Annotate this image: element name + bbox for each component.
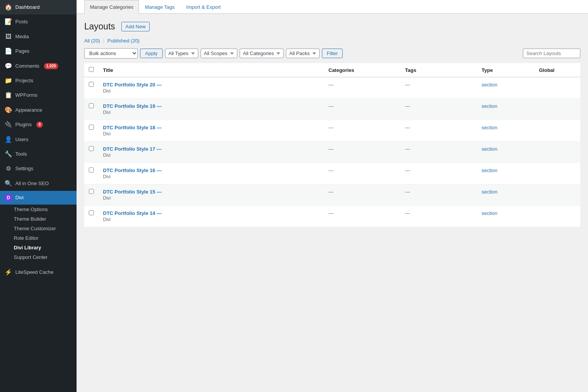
tab-import-export[interactable]: Import & Export	[180, 0, 226, 14]
sidebar-item-label: Posts	[15, 18, 28, 25]
sidebar-item-pages[interactable]: 📄 Pages	[0, 44, 77, 59]
sidebar-item-comments[interactable]: 💬 Comments 1,029	[0, 59, 77, 73]
layout-title-link[interactable]: DTC Portfolio Style 17 —	[103, 146, 319, 152]
row-checkbox[interactable]	[89, 103, 94, 108]
subitem-label: Divi Library	[14, 245, 41, 250]
sidebar-item-all-in-one-seo[interactable]: 🔍 All in One SEO	[0, 176, 77, 191]
all-scopes-select[interactable]: All Scopes	[201, 49, 237, 58]
layout-subtitle: Divi	[103, 131, 319, 137]
sidebar-item-divi[interactable]: D Divi	[0, 191, 77, 205]
type-link[interactable]: section	[482, 189, 497, 195]
tags-value: —	[405, 82, 410, 88]
filter-bar: All (20) | Published (20)	[84, 38, 580, 44]
filter-published-link[interactable]: Published (20)	[108, 38, 140, 44]
sidebar-item-label: Divi	[15, 194, 24, 201]
row-checkbox[interactable]	[89, 189, 94, 194]
sidebar-item-label: All in One SEO	[15, 180, 49, 187]
layout-title-link[interactable]: DTC Portfolio Style 16 —	[103, 168, 319, 173]
table-row: DTC Portfolio Style 16 — Divi — — sectio…	[84, 163, 580, 184]
bulk-actions-select[interactable]: Bulk actions	[84, 48, 138, 59]
sidebar-item-wpforms[interactable]: 📋 WPForms	[0, 88, 77, 102]
layout-title-link[interactable]: DTC Portfolio Style 18 —	[103, 125, 319, 130]
tags-value: —	[405, 189, 410, 195]
top-tabs: Manage Categories Manage Tags Import & E…	[77, 0, 588, 14]
filter-all-label: All	[84, 38, 90, 44]
filter-button[interactable]: Filter	[322, 49, 343, 58]
all-packs-select[interactable]: All Packs	[286, 49, 320, 58]
sidebar-item-projects[interactable]: 📁 Projects	[0, 73, 77, 88]
row-title-cell: DTC Portfolio Style 16 — Divi	[98, 163, 324, 184]
sidebar-item-plugins[interactable]: 🔌 Plugins 8	[0, 117, 77, 132]
sidebar-subitem-theme-customizer[interactable]: Theme Customizer	[0, 224, 77, 233]
row-categories-cell: —	[324, 77, 400, 99]
page-title: Layouts	[84, 21, 115, 32]
sidebar-item-settings[interactable]: ⚙ Settings	[0, 161, 77, 176]
layout-subtitle: Divi	[103, 110, 319, 115]
layout-title-link[interactable]: DTC Portfolio Style 14 —	[103, 210, 319, 216]
sidebar-item-label: Dashboard	[15, 4, 40, 11]
row-tags-cell: —	[400, 163, 477, 184]
type-link[interactable]: section	[482, 82, 497, 88]
categories-value: —	[328, 103, 333, 109]
sidebar-subitem-divi-library[interactable]: Divi Library	[0, 243, 77, 252]
row-categories-cell: —	[324, 206, 400, 227]
sidebar-item-media[interactable]: 🖼 Media	[0, 29, 77, 44]
filter-all-link[interactable]: All (20)	[84, 38, 100, 44]
type-link[interactable]: section	[482, 210, 497, 216]
layout-title-link[interactable]: DTC Portfolio Style 20 —	[103, 82, 319, 88]
col-header-tags: Tags	[400, 63, 477, 77]
apply-button[interactable]: Apply	[140, 49, 163, 58]
col-header-check	[84, 63, 98, 77]
row-checkbox[interactable]	[89, 125, 94, 130]
media-icon: 🖼	[5, 33, 12, 41]
layout-title-link[interactable]: DTC Portfolio Style 15 —	[103, 189, 319, 195]
table-row: DTC Portfolio Style 15 — Divi — — sectio…	[84, 184, 580, 206]
type-link[interactable]: section	[482, 125, 497, 130]
layout-subtitle: Divi	[103, 174, 319, 179]
sidebar-item-litespeed[interactable]: ⚡ LiteSpeed Cache	[0, 265, 77, 280]
table-row: DTC Portfolio Style 18 — Divi — — sectio…	[84, 120, 580, 142]
sidebar-item-dashboard[interactable]: 🏠 Dashboard	[0, 0, 77, 15]
sidebar-subitem-theme-builder[interactable]: Theme Builder	[0, 214, 77, 224]
sidebar-item-label: Pages	[15, 48, 29, 55]
search-input[interactable]	[523, 49, 580, 58]
sidebar-item-tools[interactable]: 🔧 Tools	[0, 147, 77, 161]
sidebar-item-label: Media	[15, 33, 29, 40]
row-checkbox[interactable]	[89, 168, 94, 172]
type-link[interactable]: section	[482, 168, 497, 173]
row-checkbox[interactable]	[89, 146, 94, 151]
type-link[interactable]: section	[482, 146, 497, 152]
row-tags-cell: —	[400, 120, 477, 142]
sidebar-subitem-support-center[interactable]: Support Center	[0, 252, 77, 262]
row-title-cell: DTC Portfolio Style 15 — Divi	[98, 184, 324, 206]
sidebar-item-label: Comments	[15, 63, 39, 70]
row-checkbox[interactable]	[89, 82, 94, 87]
col-header-categories: Categories	[324, 63, 400, 77]
row-categories-cell: —	[324, 99, 400, 120]
layout-title-link[interactable]: DTC Portfolio Style 19 —	[103, 103, 319, 109]
row-title-cell: DTC Portfolio Style 14 — Divi	[98, 206, 324, 227]
sidebar-item-appearance[interactable]: 🎨 Appearance	[0, 103, 77, 117]
all-categories-select[interactable]: All Categories	[240, 49, 284, 58]
add-new-button[interactable]: Add New	[121, 22, 150, 31]
tab-manage-tags[interactable]: Manage Tags	[139, 0, 180, 14]
sidebar-item-posts[interactable]: 📝 Posts	[0, 15, 77, 29]
row-title-cell: DTC Portfolio Style 18 — Divi	[98, 120, 324, 142]
main-content: Manage Categories Manage Tags Import & E…	[77, 0, 588, 392]
all-types-select[interactable]: All Types	[165, 49, 198, 58]
row-global-cell	[534, 120, 580, 142]
type-link[interactable]: section	[482, 103, 497, 109]
row-global-cell	[534, 184, 580, 206]
comments-badge: 1,029	[44, 63, 58, 69]
sidebar-subitem-theme-options[interactable]: Theme Options	[0, 205, 77, 214]
select-all-checkbox[interactable]	[89, 67, 94, 72]
tab-manage-categories[interactable]: Manage Categories	[84, 0, 139, 14]
sidebar-item-users[interactable]: 👤 Users	[0, 132, 77, 147]
row-checkbox[interactable]	[89, 210, 94, 215]
tags-value: —	[405, 168, 410, 173]
col-header-global: Global	[534, 63, 580, 77]
row-tags-cell: —	[400, 142, 477, 163]
sidebar-subitem-role-editor[interactable]: Role Editor	[0, 233, 77, 243]
layout-subtitle: Divi	[103, 195, 319, 201]
categories-value: —	[328, 125, 333, 130]
